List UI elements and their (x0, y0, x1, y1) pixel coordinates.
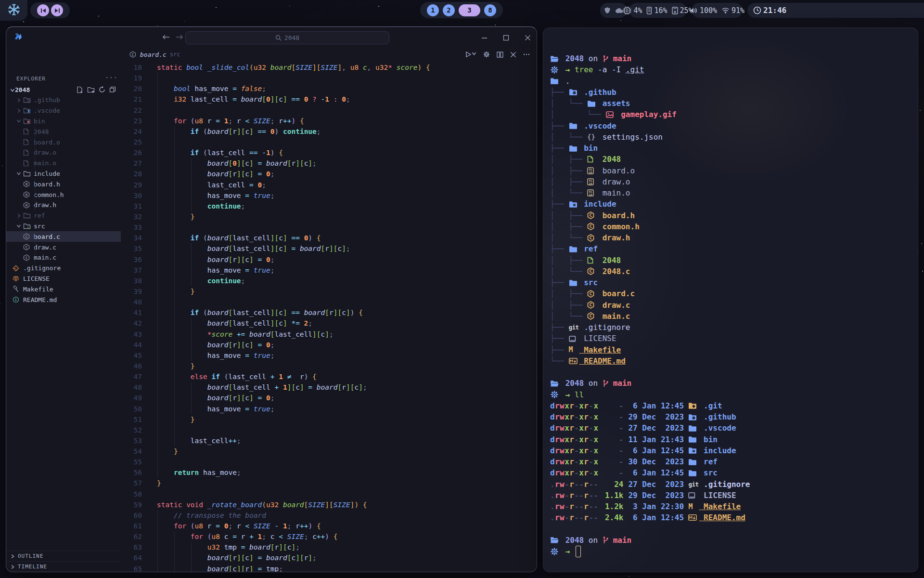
new-folder-icon[interactable] (87, 86, 95, 93)
line-number: 59 (121, 499, 142, 510)
explorer-item-.github[interactable]: .github (6, 95, 121, 105)
svg-text:C: C (26, 235, 28, 239)
maximize-button[interactable] (500, 32, 512, 43)
timeline-section[interactable]: TIMELINE (6, 561, 121, 572)
skip-back-button[interactable] (37, 4, 49, 16)
split-editor-icon[interactable] (497, 52, 503, 58)
workspace-8[interactable]: 8 (484, 4, 496, 16)
folder-src-icon: () (23, 223, 31, 229)
clock: 21:46 (753, 6, 786, 15)
explorer-item-board.o[interactable]: board.o (6, 137, 121, 147)
outline-section[interactable]: OUTLINE (6, 551, 121, 561)
svg-text:C: C (26, 256, 28, 260)
book-icon (688, 492, 699, 499)
line-number: 54 (121, 446, 142, 457)
code-line: 40 (121, 297, 536, 307)
workspace-2[interactable]: 2 (443, 4, 455, 16)
explorer-more-icon[interactable]: ··· (105, 74, 117, 81)
explorer-item-label: draw.o (34, 149, 56, 156)
refresh-icon[interactable] (99, 86, 105, 93)
stat-wifi[interactable]: 91% (721, 6, 744, 15)
code-editor[interactable]: 18static bool _slide_col(u32 board[SIZE]… (121, 62, 536, 572)
close-editor-icon[interactable] (510, 52, 516, 58)
branch-icon (603, 380, 613, 387)
system-stats: 4%16%25% (629, 3, 687, 18)
tree-row: ├── .vscode (550, 120, 915, 131)
explorer-item-README.md[interactable]: README.md (6, 294, 121, 305)
vscode-titlebar: 2048 (6, 27, 537, 48)
stat-volume[interactable]: 100% (690, 6, 717, 15)
explorer-item-board.h[interactable]: Hboard.h (6, 179, 121, 189)
line-number: 46 (121, 361, 142, 371)
clock-pill: 21:46 (747, 3, 924, 18)
tree-row: │ ├── 2048 (550, 154, 915, 165)
explorer-item-Makefile[interactable]: Makefile (6, 284, 121, 294)
file-icon (23, 149, 31, 156)
explorer-item-board.c[interactable]: Cboard.c (6, 231, 121, 242)
code-line: 18static bool _slide_col(u32 board[SIZE]… (121, 62, 536, 73)
binary-icon: 0110 (587, 167, 598, 174)
back-arrow-icon[interactable] (162, 33, 170, 42)
folder-open-icon (550, 380, 561, 387)
explorer-item-2048[interactable]: 2048 (6, 126, 121, 137)
star (23, 21, 24, 22)
nix-menu-button[interactable] (0, 0, 27, 21)
explorer-item-draw.o[interactable]: draw.o (6, 147, 121, 158)
line-number: 60 (121, 510, 142, 521)
collapse-icon[interactable] (109, 86, 116, 93)
terminal-cursor-line[interactable]: → (550, 546, 915, 557)
explorer-item-main.c[interactable]: Cmain.c (6, 252, 121, 263)
top-bar: 1238 4%16%25% 100%91% 21:46 (0, 0, 924, 21)
explorer-item-.gitignore[interactable]: .gitignore (6, 263, 121, 274)
svg-text:C: C (590, 303, 592, 307)
star (920, 110, 921, 111)
tree-row: ├── LICENSE (550, 333, 915, 344)
folder-open-icon (550, 55, 561, 62)
binary-icon: 0110 (587, 189, 598, 197)
editor-more-icon[interactable] (523, 53, 530, 55)
workspace-1[interactable]: 1 (427, 4, 439, 16)
tab-folder: src (170, 51, 180, 58)
explorer-item-draw.h[interactable]: Hdraw.h (6, 200, 121, 210)
hammer-icon (13, 286, 21, 292)
explorer-item-include[interactable]: include (6, 169, 121, 179)
shield-icon[interactable] (604, 7, 611, 14)
terminal-content[interactable]: 2048 on main → tree -a -I .git .├── .git… (550, 53, 915, 557)
code-line: 39 } (121, 286, 536, 297)
explorer-item-bin[interactable]: bin (6, 116, 121, 127)
search-box[interactable]: 2048 (185, 31, 389, 44)
minimize-button[interactable] (478, 32, 490, 43)
explorer-item-LICENSE[interactable]: LICENSE (6, 274, 121, 284)
code-line: 19 (121, 73, 536, 83)
explorer-item-common.h[interactable]: Hcommon.h (6, 189, 121, 200)
tab-filename[interactable]: board.c (140, 51, 167, 58)
code-line: 58 (121, 489, 536, 499)
tree-row: ├── ref (550, 243, 915, 254)
code-line: 52 (121, 425, 536, 435)
line-number: 35 (121, 243, 142, 254)
close-button[interactable] (522, 32, 533, 43)
code-line: 60 // transpose the board (121, 510, 536, 521)
explorer-item-ref[interactable]: ref (6, 210, 121, 221)
gear-icon[interactable] (483, 51, 490, 58)
run-icon[interactable] (465, 51, 476, 58)
explorer-item-.vscode[interactable]: .vscode (6, 105, 121, 116)
hex-c-gold-icon: C (587, 211, 598, 219)
explorer-item-main.o[interactable]: main.o (6, 158, 121, 169)
explorer-item-label: .gitignore (23, 264, 61, 272)
line-number: 52 (121, 425, 142, 435)
skip-forward-button[interactable] (51, 4, 63, 16)
explorer-item-draw.c[interactable]: Cdraw.c (6, 242, 121, 252)
workspace-3[interactable]: 3 (459, 4, 480, 16)
line-number: 56 (121, 467, 142, 478)
folder-fill-icon (569, 122, 579, 129)
line-number: 57 (121, 478, 142, 488)
cloud-icon[interactable] (615, 7, 624, 13)
explorer-item-label: draw.c (34, 244, 56, 251)
new-file-icon[interactable] (76, 86, 83, 93)
explorer-root-row[interactable]: 2048 (6, 84, 121, 95)
markdown-icon (688, 514, 699, 521)
wifi-icon (721, 7, 730, 13)
forward-arrow-icon[interactable] (176, 33, 183, 42)
explorer-item-src[interactable]: ()src (6, 221, 121, 232)
